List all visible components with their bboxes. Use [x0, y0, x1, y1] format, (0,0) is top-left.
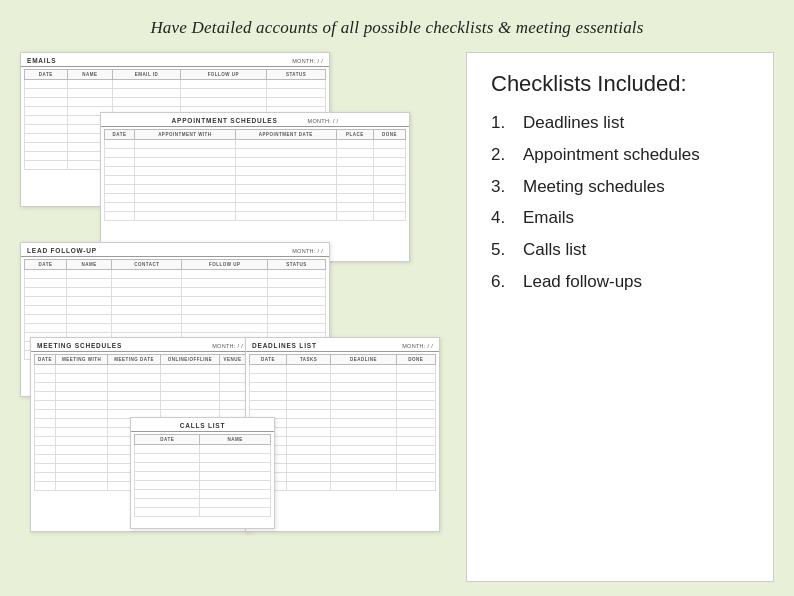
emails-month: MONTH: / /: [292, 58, 323, 64]
appt-col-with: APPOINTMENT WITH: [135, 130, 236, 140]
pages-area: BY PLANNERSBYBEE.ETSY.COM EMAILS MONTH: …: [20, 52, 450, 542]
meetings-col-venue: VENUE: [219, 355, 245, 365]
appt-col-date: DATE: [105, 130, 135, 140]
calls-col-date: DATE: [135, 435, 200, 445]
lead-col-status: STATUS: [268, 260, 326, 270]
deadlines-col-deadline: DEADLINE: [331, 355, 396, 365]
appt-col-apptdate: APPOINTMENT DATE: [235, 130, 336, 140]
meetings-title: MEETING SCHEDULES: [37, 342, 122, 349]
appointments-title: APPOINTMENT SCHEDULES: [172, 117, 278, 124]
page-appointments: APPOINTMENT SCHEDULES MONTH: / / DATE AP…: [100, 112, 410, 262]
emails-title: EMAILS: [27, 57, 56, 64]
calls-col-name: NAME: [200, 435, 271, 445]
emails-col-status: STATUS: [267, 70, 326, 80]
main-container: Have Detailed accounts of all possible c…: [0, 0, 794, 596]
appointments-month: MONTH: / /: [308, 118, 339, 124]
list-num-3: 3.: [491, 175, 523, 199]
emails-col-name: NAME: [67, 70, 113, 80]
meetings-month: MONTH: / /: [212, 343, 243, 349]
list-item-4: 4. Emails: [491, 206, 753, 230]
meetings-col-date: DATE: [35, 355, 56, 365]
lead-col-followup: FOLLOW UP: [182, 260, 268, 270]
list-item-6: 6. Lead follow-ups: [491, 270, 753, 294]
list-text-5: Calls list: [523, 238, 586, 262]
deadlines-month: MONTH: / /: [402, 343, 433, 349]
emails-col-date: DATE: [25, 70, 68, 80]
checklist-list: 1. Deadlines list 2. Appointment schedul…: [491, 111, 753, 302]
list-num-6: 6.: [491, 270, 523, 294]
page-calls: CALLS LIST DATE NAME: [130, 417, 275, 529]
lead-col-contact: CONTACT: [112, 260, 182, 270]
list-text-4: Emails: [523, 206, 574, 230]
meetings-col-mdate: MEETING DATE: [108, 355, 161, 365]
list-text-3: Meeting schedules: [523, 175, 665, 199]
list-text-2: Appointment schedules: [523, 143, 700, 167]
appt-col-done: DONE: [373, 130, 405, 140]
lead-month: MONTH: / /: [292, 248, 323, 254]
emails-col-followup: FOLLOW UP: [180, 70, 267, 80]
deadlines-title: DEADLINES LIST: [252, 342, 317, 349]
calls-title: CALLS LIST: [180, 422, 226, 429]
list-item-5: 5. Calls list: [491, 238, 753, 262]
list-num-2: 2.: [491, 143, 523, 167]
checklist-heading: Checklists Included:: [491, 71, 753, 97]
list-item-1: 1. Deadlines list: [491, 111, 753, 135]
deadlines-col-date: DATE: [250, 355, 287, 365]
content-area: BY PLANNERSBYBEE.ETSY.COM EMAILS MONTH: …: [20, 52, 774, 582]
list-text-1: Deadlines list: [523, 111, 624, 135]
list-text-6: Lead follow-ups: [523, 270, 642, 294]
list-num-4: 4.: [491, 206, 523, 230]
meetings-col-with: MEETING WITH: [55, 355, 107, 365]
lead-title: LEAD FOLLOW-UP: [27, 247, 97, 254]
emails-col-emailid: EMAIL ID: [113, 70, 180, 80]
list-item-2: 2. Appointment schedules: [491, 143, 753, 167]
list-item-3: 3. Meeting schedules: [491, 175, 753, 199]
checklist-panel: Checklists Included: 1. Deadlines list 2…: [466, 52, 774, 582]
header-title: Have Detailed accounts of all possible c…: [20, 18, 774, 38]
meetings-col-online: ONLINE/OFFLINE: [161, 355, 220, 365]
lead-col-date: DATE: [25, 260, 67, 270]
lead-col-name: NAME: [67, 260, 112, 270]
deadlines-col-done: DONE: [396, 355, 435, 365]
list-num-5: 5.: [491, 238, 523, 262]
deadlines-col-tasks: TASKS: [286, 355, 330, 365]
list-num-1: 1.: [491, 111, 523, 135]
appt-col-place: PLACE: [336, 130, 373, 140]
